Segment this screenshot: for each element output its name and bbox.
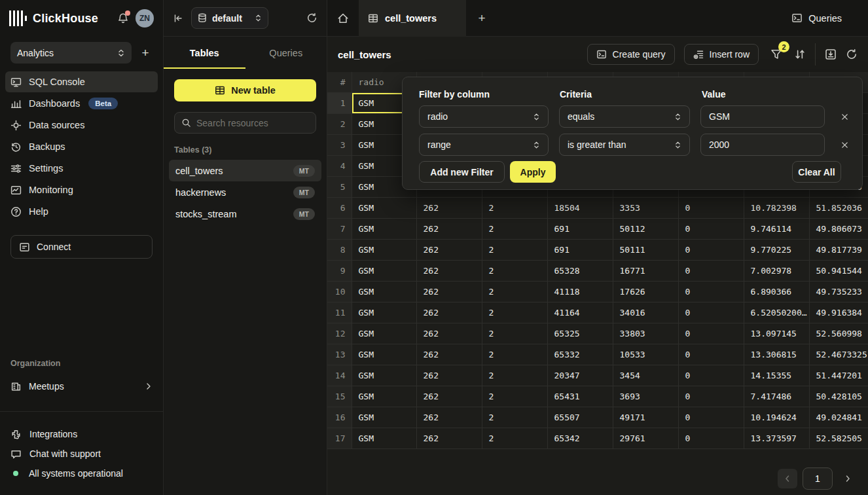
resource-search[interactable]	[174, 112, 316, 134]
table-cell[interactable]: 49171	[613, 407, 678, 428]
table-cell[interactable]: 7.002978	[744, 260, 809, 281]
table-cell[interactable]: GSM	[352, 281, 416, 302]
table-cell[interactable]: 2	[482, 218, 547, 239]
table-cell[interactable]: 50112	[613, 218, 678, 239]
table-cell[interactable]: 49.735233	[809, 281, 868, 302]
table-cell[interactable]: 262	[416, 344, 482, 365]
table-cell[interactable]: 2	[482, 386, 547, 407]
table-cell[interactable]: 49.817739	[809, 239, 868, 260]
table-cell[interactable]: 262	[416, 302, 482, 323]
table-list-item-stocks-stream[interactable]: stocks_stream MT	[169, 203, 321, 225]
sidebar-item-data-sources[interactable]: Data sources	[5, 115, 158, 136]
table-cell[interactable]: 0	[678, 323, 744, 344]
table-cell[interactable]: 262	[416, 239, 482, 260]
table-cell[interactable]: 2	[482, 260, 547, 281]
table-cell[interactable]: 50.941544	[809, 260, 868, 281]
table-cell[interactable]: 2	[482, 323, 547, 344]
table-cell[interactable]: 49.916384	[809, 302, 868, 323]
table-cell[interactable]: 49.806073	[809, 218, 868, 239]
sidebar-item-monitoring[interactable]: Monitoring	[5, 179, 158, 200]
filter-column-select[interactable]: range	[419, 134, 549, 156]
table-cell[interactable]: 52.582505	[809, 428, 868, 449]
table-cell[interactable]: 20347	[547, 365, 613, 386]
table-cell[interactable]: GSM	[352, 302, 416, 323]
sidebar-item-system-status[interactable]: All systems operational	[0, 464, 163, 483]
remove-filter-icon[interactable]	[836, 108, 853, 125]
new-tab-button[interactable]: +	[466, 11, 497, 26]
table-cell[interactable]: 691	[547, 218, 613, 239]
search-input[interactable]	[196, 118, 315, 128]
table-cell[interactable]: 0	[678, 281, 744, 302]
table-cell[interactable]: GSM	[352, 239, 416, 260]
table-cell[interactable]: 2	[482, 344, 547, 365]
table-cell[interactable]: GSM	[352, 197, 416, 218]
table-cell[interactable]: 2	[482, 407, 547, 428]
table-cell[interactable]: 2	[482, 281, 547, 302]
table-cell[interactable]: 13.097145	[744, 323, 809, 344]
table-cell[interactable]: 10.782398	[744, 197, 809, 218]
connect-button[interactable]: Connect	[10, 235, 153, 259]
table-cell[interactable]: 33803	[613, 323, 678, 344]
table-cell[interactable]: 2	[482, 365, 547, 386]
table-cell[interactable]: 65325	[547, 323, 613, 344]
table-cell[interactable]: 6.890366	[744, 281, 809, 302]
filter-value-input[interactable]	[700, 105, 825, 128]
table-cell[interactable]: 262	[416, 386, 482, 407]
table-cell[interactable]: 65431	[547, 386, 613, 407]
clear-all-button[interactable]: Clear All	[792, 161, 841, 183]
home-button[interactable]	[327, 12, 359, 24]
table-cell[interactable]: 10533	[613, 344, 678, 365]
table-cell[interactable]: 0	[678, 386, 744, 407]
table-cell[interactable]: 29761	[613, 428, 678, 449]
table-cell[interactable]: 0	[678, 344, 744, 365]
filter-button[interactable]: 2	[768, 46, 785, 63]
sidebar-item-meetups[interactable]: Meetups	[5, 376, 158, 397]
add-filter-button[interactable]: Add new Filter	[419, 161, 505, 183]
table-cell[interactable]: 3353	[613, 197, 678, 218]
create-query-button[interactable]: Create query	[587, 44, 675, 65]
table-cell[interactable]: 18504	[547, 197, 613, 218]
table-list-item-hackernews[interactable]: hackernews MT	[169, 181, 321, 203]
filter-column-select[interactable]: radio	[419, 105, 549, 128]
table-cell[interactable]: 17626	[613, 281, 678, 302]
sidebar-item-sql-console[interactable]: SQL Console	[5, 71, 158, 92]
table-cell[interactable]: GSM	[352, 260, 416, 281]
table-cell[interactable]: GSM	[352, 218, 416, 239]
table-cell[interactable]: 65507	[547, 407, 613, 428]
table-cell[interactable]: 0	[678, 260, 744, 281]
table-cell[interactable]: 2	[482, 302, 547, 323]
table-cell[interactable]: 50111	[613, 239, 678, 260]
collapse-panel-icon[interactable]	[173, 13, 183, 24]
queries-button[interactable]: Queries	[791, 12, 842, 24]
refresh-button[interactable]	[846, 48, 858, 60]
table-cell[interactable]: 2	[482, 239, 547, 260]
sidebar-item-chat-support[interactable]: Chat with support	[0, 444, 163, 464]
sidebar-item-dashboards[interactable]: Dashboards Beta	[5, 93, 158, 114]
table-cell[interactable]: 262	[416, 428, 482, 449]
table-cell[interactable]: 0	[678, 428, 744, 449]
sort-button[interactable]	[794, 48, 806, 60]
table-cell[interactable]: 51.852036	[809, 197, 868, 218]
sidebar-item-integrations[interactable]: Integrations	[0, 424, 163, 444]
table-cell[interactable]: 51.447201	[809, 365, 868, 386]
table-cell[interactable]: 0	[678, 197, 744, 218]
filter-criteria-select[interactable]: equals	[559, 105, 690, 128]
table-cell[interactable]: 0	[678, 365, 744, 386]
table-cell[interactable]: 691	[547, 239, 613, 260]
table-cell[interactable]: 262	[416, 323, 482, 344]
table-cell[interactable]: GSM	[352, 365, 416, 386]
table-cell[interactable]: GSM	[352, 386, 416, 407]
table-list-item-cell-towers[interactable]: cell_towers MT	[169, 160, 321, 181]
sidebar-item-backups[interactable]: Backups	[5, 136, 158, 157]
table-cell[interactable]: 0	[678, 302, 744, 323]
table-cell[interactable]: 41118	[547, 281, 613, 302]
table-cell[interactable]: 34016	[613, 302, 678, 323]
sidebar-item-settings[interactable]: Settings	[5, 158, 158, 179]
table-cell[interactable]: 262	[416, 365, 482, 386]
table-cell[interactable]: GSM	[352, 428, 416, 449]
table-cell[interactable]: 0	[678, 239, 744, 260]
new-table-button[interactable]: New table	[174, 79, 316, 101]
download-button[interactable]	[825, 48, 837, 60]
table-cell[interactable]: 9.746114	[744, 218, 809, 239]
table-cell[interactable]: 2	[482, 197, 547, 218]
